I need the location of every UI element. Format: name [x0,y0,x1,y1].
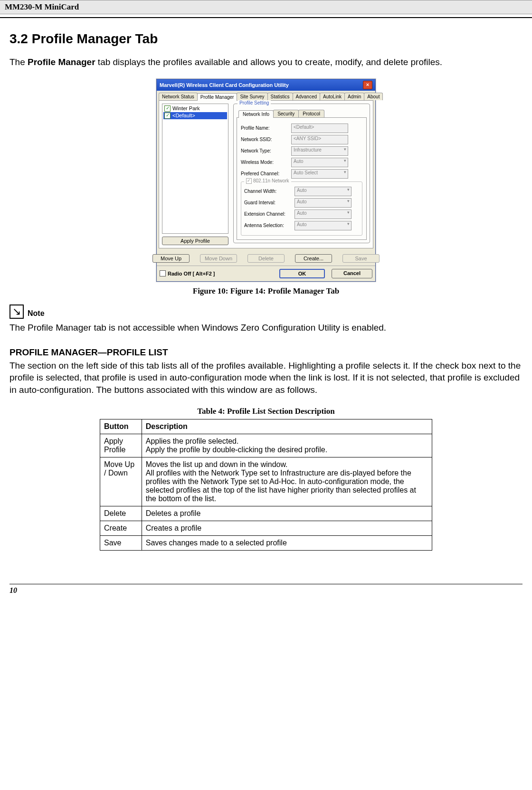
form-panel: Profile Name:<Default> Network SSID:<ANY… [237,117,367,240]
list-item-label: Winter Park [172,105,200,111]
description-table: Button Description Apply Profile Applies… [100,419,432,551]
profile-list[interactable]: ✓ Winter Park ✓ <Default> [162,104,228,234]
tab-about[interactable]: About [364,93,383,100]
label-preferred-channel: Prefered Channel: [241,171,288,176]
move-up-button[interactable]: Move Up [152,254,190,263]
subtabs: Network Info Security Protocol [238,110,367,117]
note-text: The Profile Manager tab is not accessibl… [10,323,522,333]
delete-button[interactable]: Delete [247,254,285,263]
tab-site-survey[interactable]: Site Survey [237,93,267,100]
section-title: 3.2 Profile Manager Tab [10,31,522,47]
label-guard-interval: Guard Interval: [244,200,292,205]
dialog-window: Marvell(R) Wireless Client Card Configur… [156,79,376,282]
checkbox-icon[interactable] [160,270,166,276]
dialog-title: Marvell(R) Wireless Client Card Configur… [160,82,289,88]
tab-advanced[interactable]: Advanced [293,93,320,100]
network-ssid-field[interactable]: <ANY SSID> [291,135,348,144]
dialog-tabs: Network Status Profile Manager Site Surv… [157,91,375,100]
wireless-mode-select[interactable]: Auto [291,158,348,167]
note-icon: ↘ [10,305,24,319]
table-header-row: Button Description [100,419,432,434]
doc-header: MM230-M MiniCard [0,0,532,14]
table-row: Delete Deletes a profile [100,506,432,521]
label-wireless-mode: Wireless Mode: [241,160,288,165]
tab-autolink[interactable]: AutoLink [320,93,345,100]
label-channel-width: Channel Width: [244,189,292,194]
antenna-selection-select[interactable]: Auto [294,221,352,230]
cancel-button[interactable]: Cancel [332,269,372,278]
extension-channel-select[interactable]: Auto [294,209,352,219]
cell-desc: Saves changes made to a selected profile [142,535,432,550]
list-item[interactable]: ✓ Winter Park [163,105,227,112]
tab-profile-manager[interactable]: Profile Manager [197,93,238,101]
note-label: Note [28,309,45,319]
cell-button: Create [100,521,142,535]
subtab-protocol[interactable]: Protocol [298,110,324,117]
label-network-type: Network Type: [241,148,288,153]
list-item-label: <Default> [172,113,195,118]
label-profile-name: Profile Name: [241,125,288,131]
dialog-footer: Radio Off [ Alt+F2 ] OK Cancel [157,266,375,281]
table-row: Apply Profile Applies the profile select… [100,434,432,457]
settings-column: Profile Setting Network Info Security Pr… [233,104,370,245]
save-button[interactable]: Save [342,254,380,263]
subtab-network-info[interactable]: Network Info [238,110,274,118]
cell-desc: Creates a profile [142,521,432,535]
cell-desc: Applies the profile selected. Apply the … [142,434,432,457]
tab-statistics[interactable]: Statistics [267,93,293,100]
ok-button[interactable]: OK [279,269,325,278]
label-extension-channel: Extension Channel: [244,211,292,217]
table-caption: Table 4: Profile List Section Descriptio… [10,407,522,416]
tab-admin[interactable]: Admin [344,93,364,100]
cell-desc: Moves the list up and down in the window… [142,457,432,506]
figure: Marvell(R) Wireless Client Card Configur… [10,79,522,282]
n-network-group: ✓802.11n Network Channel Width:Auto Guar… [241,181,362,236]
n-group-label: 802.11n Network [253,178,289,183]
dialog-titlebar: Marvell(R) Wireless Client Card Configur… [157,79,375,91]
move-down-button[interactable]: Move Down [200,254,237,263]
th-description: Description [142,419,432,434]
checkbox-icon[interactable]: ✓ [246,178,252,184]
intro-suffix: tab displays the profiles available and … [95,57,443,67]
profile-list-heading: PROFILE MANAGER—PROFILE LIST [10,347,522,358]
radio-off-toggle[interactable]: Radio Off [ Alt+F2 ] [160,270,215,276]
network-type-select[interactable]: Infrastructure [291,146,348,156]
radio-off-label: Radio Off [ Alt+F2 ] [168,271,215,276]
label-network-ssid: Network SSID: [241,137,288,142]
profile-name-field[interactable]: <Default> [291,124,348,133]
preferred-channel-select[interactable]: Auto Select [291,169,348,179]
dialog-body: ✓ Winter Park ✓ <Default> Apply Profile [159,100,373,248]
cell-button: Apply Profile [100,434,142,457]
cell-button: Save [100,535,142,550]
intro-bold: Profile Manager [28,57,95,67]
intro-paragraph: The Profile Manager tab displays the pro… [10,56,522,68]
figure-caption: Figure 10: Figure 14: Profile Manager Ta… [10,286,522,296]
table-row: Save Saves changes made to a selected pr… [100,535,432,550]
profile-list-paragraph: The section on the left side of this tab… [10,360,522,396]
tab-network-status[interactable]: Network Status [159,93,198,100]
profile-list-column: ✓ Winter Park ✓ <Default> Apply Profile [162,104,228,245]
button-row: Move Up Move Down Delete Create... Save [157,250,375,266]
n-network-title: ✓802.11n Network [244,178,291,184]
note-block: ↘ Note [10,305,522,319]
create-button[interactable]: Create... [295,254,332,263]
th-button: Button [100,419,142,434]
close-icon[interactable]: × [363,81,372,89]
doc-title: MM230-M MiniCard [5,2,79,11]
checkbox-icon[interactable]: ✓ [164,105,171,112]
list-item[interactable]: ✓ <Default> [163,112,227,119]
group-title: Profile Setting [238,100,271,105]
table-row: Move Up / Down Moves the list up and dow… [100,457,432,506]
channel-width-select[interactable]: Auto [294,187,352,196]
profile-setting-group: Profile Setting Network Info Security Pr… [233,104,370,243]
cell-desc: Deletes a profile [142,506,432,521]
table-row: Create Creates a profile [100,521,432,535]
subtab-security[interactable]: Security [273,110,299,117]
cell-button: Move Up / Down [100,457,142,506]
apply-profile-button[interactable]: Apply Profile [162,237,228,245]
page-number: 10 [0,584,532,600]
intro-prefix: The [10,57,28,67]
checkbox-icon[interactable]: ✓ [164,113,171,119]
guard-interval-select[interactable]: Auto [294,198,352,208]
cell-button: Delete [100,506,142,521]
